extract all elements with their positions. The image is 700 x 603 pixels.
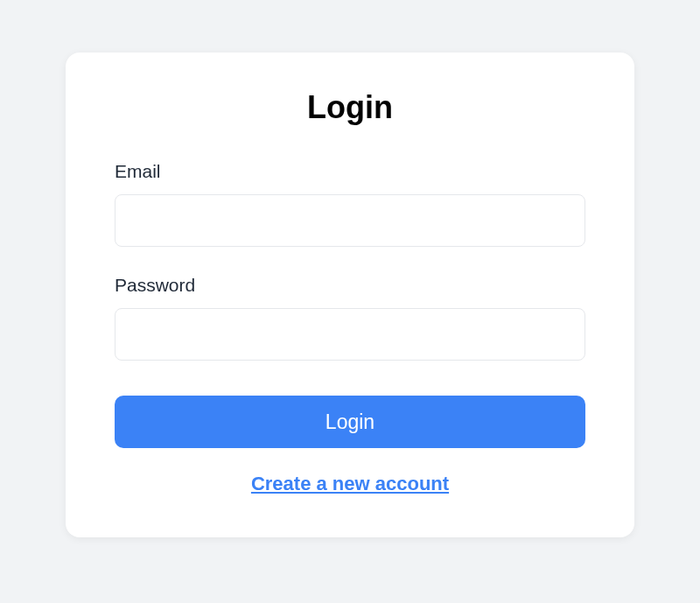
login-card: Login Email Password Login Create a new … [66,53,634,537]
login-button[interactable]: Login [115,396,585,448]
create-account-container: Create a new account [115,473,585,495]
create-account-link[interactable]: Create a new account [251,473,449,494]
password-label: Password [115,275,585,296]
email-form-group: Email [115,161,585,247]
page-title: Login [115,89,585,126]
password-form-group: Password [115,275,585,361]
password-field[interactable] [115,308,585,361]
email-label: Email [115,161,585,182]
email-field[interactable] [115,194,585,247]
